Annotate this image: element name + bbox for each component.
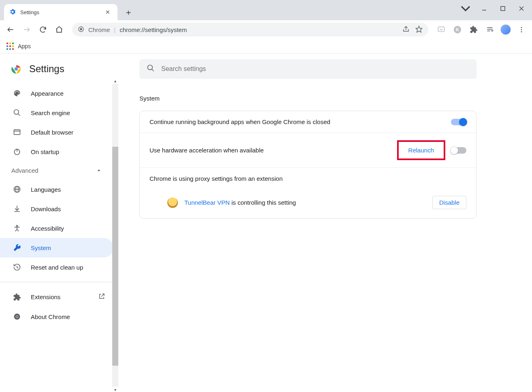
omnibox-url: chrome://settings/system	[120, 26, 187, 33]
sidebar-item-label: Appearance	[31, 90, 64, 97]
proxy-extension-text: TunnelBear VPN is controlling this setti…	[184, 199, 296, 206]
minimize-button[interactable]	[476, 2, 492, 15]
sidebar-item-label: Default browser	[31, 129, 73, 136]
puzzle-icon	[13, 293, 22, 301]
search-settings-bar[interactable]	[139, 59, 476, 79]
sidebar-item-reset[interactable]: Reset and clean up	[0, 257, 113, 277]
disable-button[interactable]: Disable	[432, 196, 466, 209]
sidebar-item-extensions[interactable]: Extensions	[0, 287, 113, 307]
svg-point-20	[15, 68, 17, 70]
settings-page: Settings Appearance Search engine Defaul…	[0, 54, 532, 392]
wrench-icon	[13, 244, 22, 252]
sidebar-item-on-startup[interactable]: On startup	[0, 142, 113, 161]
nav-list: Appearance Search engine Default browser…	[0, 84, 118, 326]
restore-icon	[13, 263, 22, 271]
sidebar-scrollbar[interactable]: ▴ ▾	[112, 79, 118, 392]
sidebar: Settings Appearance Search engine Defaul…	[0, 54, 118, 392]
home-button[interactable]	[53, 24, 65, 35]
svg-marker-27	[98, 169, 100, 171]
new-tab-button[interactable]: ＋	[122, 5, 135, 19]
svg-line-37	[17, 229, 19, 231]
toggle-hardware-accel[interactable]	[451, 147, 466, 154]
tabstrip: Settings ✕ ＋	[0, 0, 532, 20]
sidebar-item-label: Extensions	[31, 293, 60, 300]
sidebar-item-label: About Chrome	[31, 313, 70, 320]
sidebar-item-search-engine[interactable]: Search engine	[0, 103, 113, 122]
bookmark-star-icon[interactable]	[415, 26, 423, 34]
toolbar: Chrome | chrome://settings/system K	[0, 20, 532, 39]
toggle-background-apps[interactable]	[451, 119, 466, 125]
row-label: Chrome is using proxy settings from an e…	[150, 175, 466, 182]
relaunch-button[interactable]: Relaunch	[403, 144, 440, 157]
omnibox-chip: Chrome	[88, 26, 110, 33]
close-tab-icon[interactable]: ✕	[103, 8, 113, 16]
svg-point-7	[80, 28, 82, 30]
toolbar-right: K	[436, 24, 527, 35]
browser-icon	[13, 128, 22, 136]
extension-k-icon[interactable]: K	[452, 24, 463, 35]
reload-button[interactable]	[37, 24, 49, 35]
search-icon	[13, 109, 22, 117]
extensions-puzzle-icon[interactable]	[468, 24, 479, 35]
forward-button[interactable]	[21, 24, 32, 35]
sidebar-item-label: Downloads	[31, 206, 61, 212]
sidebar-item-appearance[interactable]: Appearance	[0, 84, 113, 103]
pocket-icon[interactable]	[436, 24, 447, 35]
svg-rect-1	[501, 6, 505, 11]
row-label: Use hardware acceleration when available	[150, 147, 391, 154]
chevron-up-icon	[96, 167, 101, 174]
sidebar-item-downloads[interactable]: Downloads	[0, 199, 113, 218]
search-icon	[147, 64, 155, 74]
chrome-logo-icon	[11, 63, 22, 75]
svg-rect-23	[14, 130, 20, 135]
svg-point-41	[16, 316, 18, 318]
svg-point-17	[521, 31, 522, 32]
reading-list-icon[interactable]	[484, 24, 496, 35]
tunnelbear-icon	[167, 197, 178, 208]
sidebar-item-label: Accessibility	[31, 225, 64, 232]
svg-line-36	[15, 229, 17, 231]
sidebar-item-label: System	[31, 244, 51, 251]
bookmarks-bar: Apps	[0, 39, 532, 54]
chrome-mono-icon	[13, 313, 22, 321]
proxy-suffix: is controlling this setting	[230, 199, 296, 206]
sidebar-item-label: Reset and clean up	[31, 264, 83, 271]
share-icon[interactable]	[402, 26, 410, 34]
svg-point-21	[14, 110, 19, 115]
apps-label: Apps	[18, 43, 31, 49]
browser-tab-settings[interactable]: Settings ✕	[4, 4, 118, 20]
section-heading: System	[139, 95, 511, 102]
close-window-button[interactable]	[513, 2, 530, 15]
apps-shortcut[interactable]: Apps	[6, 43, 31, 50]
address-bar[interactable]: Chrome | chrome://settings/system	[72, 23, 428, 36]
sidebar-item-languages[interactable]: Languages	[0, 180, 113, 199]
row-hardware-accel: Use hardware acceleration when available…	[140, 133, 476, 168]
sidebar-item-default-browser[interactable]: Default browser	[0, 122, 113, 142]
search-input[interactable]	[161, 65, 469, 73]
sidebar-item-label: Search engine	[31, 109, 70, 116]
sidebar-item-about-chrome[interactable]: About Chrome	[0, 307, 113, 326]
accessibility-icon	[13, 224, 22, 232]
sidebar-section-advanced[interactable]: Advanced	[0, 161, 113, 180]
sidebar-item-label: Languages	[31, 186, 61, 193]
svg-text:K: K	[456, 27, 459, 32]
sidebar-item-accessibility[interactable]: Accessibility	[0, 218, 113, 238]
tabs-dropdown-icon[interactable]	[457, 2, 474, 15]
svg-point-16	[521, 29, 522, 30]
svg-point-42	[148, 65, 153, 70]
svg-point-15	[521, 27, 522, 28]
profile-avatar[interactable]	[500, 24, 511, 35]
maximize-button[interactable]	[495, 2, 511, 15]
svg-rect-9	[438, 27, 444, 32]
svg-marker-8	[416, 26, 422, 32]
relaunch-highlight: Relaunch	[397, 140, 445, 160]
sidebar-item-system[interactable]: System	[0, 238, 113, 257]
row-label: Continue running background apps when Go…	[150, 118, 445, 125]
back-button[interactable]	[5, 24, 16, 35]
kebab-menu-icon[interactable]	[516, 24, 527, 35]
site-info-icon[interactable]	[78, 26, 84, 34]
svg-point-33	[16, 225, 17, 227]
apps-grid-icon	[6, 43, 14, 50]
proxy-extension-link[interactable]: TunnelBear VPN	[184, 199, 230, 206]
row-background-apps: Continue running background apps when Go…	[140, 111, 476, 133]
